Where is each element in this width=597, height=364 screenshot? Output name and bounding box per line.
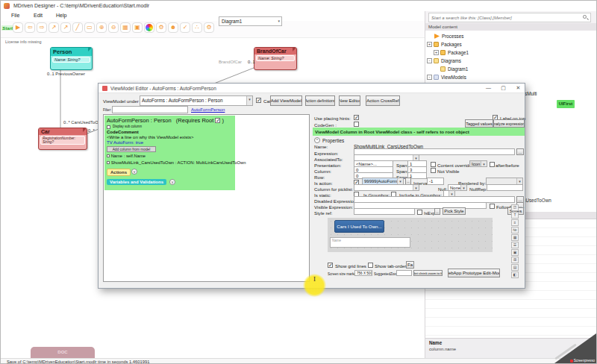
viewmodel-under-edit-select[interactable]: AutoForms : AutoFormPerson : Person — [140, 95, 253, 106]
chevron-down-icon[interactable]: v — [169, 179, 175, 185]
gear-icon[interactable]: ⚙ — [204, 22, 214, 33]
followenable-checkbox[interactable] — [490, 204, 495, 209]
expander-icon[interactable]: + — [427, 42, 432, 47]
presentation-screen-icon[interactable]: ▭ — [84, 22, 95, 33]
pick-style-button[interactable]: Pick Style — [443, 207, 466, 215]
viewmodel-column-showmultilink[interactable]: ShowMultiLink_CarsUsedToOwn : ACTION: Mu… — [107, 160, 246, 165]
display-sub-column-checkbox[interactable] — [107, 125, 110, 129]
nav-back-icon[interactable]: ⇦ — [25, 22, 35, 33]
actions-section[interactable]: Actions — [107, 169, 131, 176]
image-icon[interactable]: ▦ — [120, 22, 131, 33]
isexp-checkbox[interactable] — [417, 210, 422, 215]
dialog-titlebar[interactable]: ViewModel Editor - AutoForms : AutoFormP… — [99, 84, 525, 93]
tree-item-packages[interactable]: + Packages — [427, 40, 462, 48]
tree-item-diagram1[interactable]: Diagram1 — [440, 65, 468, 73]
class-person[interactable]: Person Name: String? — [50, 47, 93, 70]
copy-diagram-icon[interactable]: ▣ — [132, 22, 143, 33]
add-viewmodel-button[interactable]: Add ViewModel — [270, 95, 302, 106]
codegen-checkbox[interactable] — [354, 122, 359, 127]
widget-list-icon[interactable]: ☰ — [511, 242, 519, 248]
zoom-out-icon[interactable]: ⊖ — [108, 22, 119, 33]
widget-text-icon[interactable]: T — [511, 212, 519, 219]
webapp-prototype-button[interactable]: WebApp Prototype Edit-Mode — [448, 269, 500, 277]
draw-line-icon[interactable]: ╱ — [72, 22, 83, 33]
screen-size-marker-input[interactable]: 756 X 500 — [354, 270, 372, 276]
maximize-icon[interactable]: ▢ — [497, 84, 510, 92]
widget-panel-icon[interactable]: ◧ — [511, 272, 519, 278]
run-icon[interactable]: ▶ — [13, 22, 23, 33]
action-definitions-button[interactable]: Action definitions — [305, 95, 335, 106]
move-pointer-icon[interactable]: ↗ — [49, 22, 59, 33]
association-arrow-icon[interactable]: ↗ — [60, 22, 71, 33]
diagram-selector[interactable]: Diagram1 — [219, 16, 282, 26]
widget-number-icon[interactable]: № — [511, 227, 519, 233]
class-brandofcar[interactable]: BrandOfCar Name: String? — [254, 47, 297, 70]
zoom-in-icon[interactable]: ⊕ — [96, 22, 107, 33]
picklist-select[interactable] — [354, 184, 419, 191]
tv-autoform-value[interactable]: TV AutoForm: true — [107, 140, 143, 145]
doc-tab[interactable]: DOC — [31, 347, 95, 358]
cluster-icon[interactable]: ∴ — [192, 22, 202, 33]
fa-button[interactable]: Fa — [406, 261, 414, 269]
search-input[interactable] — [428, 13, 591, 22]
chevron-up-icon[interactable]: ^ — [314, 137, 320, 143]
color-wheel-icon[interactable] — [144, 22, 154, 33]
menu-help[interactable]: Help — [56, 13, 66, 18]
tree-item-viewmodels[interactable]: - ViewModels — [427, 73, 466, 81]
widget-calendar-icon[interactable]: ▤ — [511, 264, 519, 271]
expression-ellipsis-button[interactable]: ... — [516, 148, 524, 155]
class-car[interactable]: Car RegistrationNumber: String? — [38, 128, 87, 150]
widget-lines-icon[interactable]: ≡ — [511, 219, 519, 226]
afterbefore-checkbox[interactable] — [490, 162, 495, 167]
filter-input[interactable] — [112, 106, 188, 113]
tree-item-diagrams[interactable]: - Diagrams — [427, 57, 461, 65]
not-visible-checkbox[interactable] — [431, 168, 436, 173]
tree-item-processes[interactable]: Processes — [434, 32, 463, 40]
model-content-header: Model content — [425, 23, 597, 31]
user-icon[interactable]: ☻ — [168, 22, 178, 33]
minimize-icon[interactable]: — — [482, 84, 495, 92]
suggested-zoom-input[interactable] — [396, 270, 412, 276]
viewmodel-column-name[interactable]: Name : self.Name — [107, 154, 146, 158]
variables-validations-section[interactable]: Variables and Validations — [107, 179, 166, 185]
icon-select[interactable]: Icon — [469, 160, 487, 167]
nav-forward-icon[interactable]: ⇨ — [37, 22, 47, 33]
tree-item-package1[interactable]: + Package1 — [434, 48, 469, 57]
process-icon — [434, 34, 440, 39]
close-icon[interactable]: ✕ — [512, 84, 525, 92]
tagged-values-button[interactable]: Tagged values — [465, 119, 493, 128]
search-icon[interactable] — [583, 15, 587, 19]
uifirst-badge[interactable]: UIFirst — [557, 100, 575, 108]
expander-icon[interactable]: - — [427, 58, 432, 63]
expander-icon[interactable]: - — [427, 75, 432, 80]
content-override-checkbox[interactable] — [431, 162, 436, 167]
preview-action-button[interactable]: Cars I Used To Own... — [334, 220, 384, 233]
preview-name-field[interactable]: Name — [330, 237, 410, 248]
nullrep-input[interactable] — [487, 184, 523, 191]
chevron-down-icon[interactable]: v — [131, 169, 137, 175]
analyze-expressions-button[interactable]: Analyze expressions — [493, 119, 525, 128]
expander-icon[interactable]: + — [434, 50, 439, 55]
menu-file[interactable]: File — [11, 13, 19, 18]
styleref-ellipsis-button[interactable]: .. — [434, 208, 440, 215]
menu-edit[interactable]: Edit — [34, 13, 43, 18]
validate-icon[interactable]: ✓ — [180, 22, 190, 33]
style-ref-input[interactable] — [354, 208, 415, 215]
widget-image-icon[interactable]: ▣ — [511, 249, 519, 256]
use-placing-hints-checkbox[interactable] — [354, 115, 359, 120]
show-grid-lines-checkbox[interactable] — [328, 263, 333, 268]
new-editor-button[interactable]: New Editor — [339, 95, 360, 106]
add-column-from-model-button[interactable]: Add column from model — [107, 146, 156, 152]
set-shrink-zoom-button[interactable]: Set shrink zoom to fit — [413, 270, 443, 276]
widget-table-icon[interactable]: ⊞ — [511, 257, 519, 263]
widget-grid-icon[interactable]: ▦ — [511, 234, 519, 241]
interval-input[interactable]: -1 — [427, 178, 444, 185]
show-tab-order-checkbox[interactable] — [368, 263, 373, 268]
requires-root-checkbox[interactable] — [215, 118, 220, 123]
widget-checkbox-icon[interactable]: ☑ — [511, 204, 519, 211]
ui-preview-area[interactable]: Cars I Used To Own... Name — [328, 218, 493, 252]
action-crossref-button[interactable]: Action CrossRef — [366, 95, 400, 106]
settings-gears-icon[interactable]: ⚙ — [156, 22, 166, 33]
autoformperson-link[interactable]: AutoFormPerson — [191, 107, 225, 112]
categ-checkbox[interactable] — [256, 98, 261, 103]
